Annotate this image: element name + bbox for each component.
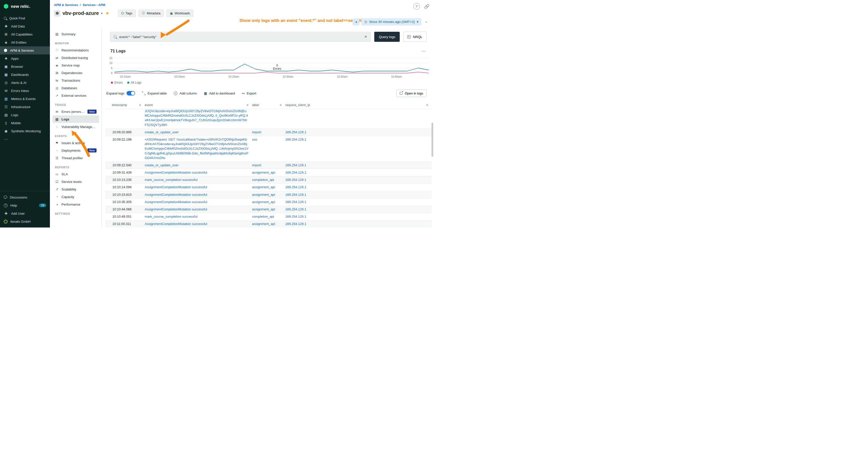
ip-link[interactable]: 169.254.129.1 <box>285 185 306 189</box>
table-row[interactable]: 10:10:23.815AssignmentCompletionMutation… <box>105 191 432 198</box>
sidebar-item-all-capabilities[interactable]: ⊞All Capabilities <box>0 30 50 38</box>
ip-link[interactable]: 169.254.129.1 <box>285 193 306 196</box>
time-back-button[interactable]: ◂ <box>352 19 360 26</box>
label-link[interactable]: sso <box>252 137 257 141</box>
clear-query-button[interactable]: × <box>365 34 367 39</box>
sidebar-item-logs[interactable]: ▤Logs <box>53 116 99 123</box>
sidebar-item-more[interactable]: ⋯ <box>0 135 50 143</box>
label-link[interactable]: assignment_api <box>252 222 275 226</box>
legend-errors[interactable]: Errors <box>111 81 123 85</box>
sidebar-item-all-entities[interactable]: ◈All Entities <box>0 38 50 46</box>
permalink-icon[interactable] <box>423 3 430 10</box>
sidebar-item-alerts-ai[interactable]: ◷Alerts & AI <box>0 78 50 87</box>
sidebar-item-service-levels[interactable]: ☑Service levels <box>53 178 99 186</box>
logs-options-button[interactable]: ⋯ <box>422 48 427 54</box>
table-row[interactable]: 10:09:31.439AssignmentCompletionMutation… <box>105 169 432 176</box>
sidebar-item-thread-profiler[interactable]: ☰Thread profiler <box>53 154 99 162</box>
sidebar-item-apm-services[interactable]: APM & Services <box>0 46 50 55</box>
sidebar-item-browser[interactable]: ▣Browser <box>0 63 50 70</box>
label-link[interactable]: completion_api <box>252 178 274 182</box>
sidebar-footer-discussions[interactable]: Discussions <box>0 193 50 201</box>
table-scrollbar[interactable] <box>432 123 433 157</box>
table-row[interactable]: 10:09:22.196<ASGIRequest: GET '/sso/call… <box>105 136 432 162</box>
table-row[interactable]: 10:10:35.305AssignmentCompletionMutation… <box>105 198 432 206</box>
sidebar-footer-iterativ-gmbh[interactable]: Iterativ GmbH <box>0 218 50 226</box>
query-input[interactable]: event:* -"label":"security" × <box>110 32 371 42</box>
time-forward-button[interactable]: ▸ <box>423 19 430 26</box>
sidebar-item-logs[interactable]: ▤Logs <box>0 111 50 119</box>
nrql-button[interactable]: NRQL <box>403 32 427 42</box>
event-link[interactable]: AssignmentCompletionMutation successful <box>145 193 207 196</box>
logs-timeseries-chart[interactable]: 05101510:15am10:20am10:25am10:30am10:35a… <box>106 56 432 79</box>
entity-switcher-chevron-icon[interactable]: ▾ <box>101 11 102 15</box>
entity-pill-metadata[interactable]: ⓘMetadata <box>138 9 164 17</box>
remove-column-label-button[interactable]: × <box>279 103 283 107</box>
ip-link[interactable]: 169.254.129.1 <box>285 215 306 219</box>
sidebar-item-service-map[interactable]: ◈Service map <box>53 62 99 69</box>
event-link[interactable]: AssignmentCompletionMutation successful <box>145 222 207 226</box>
sidebar-item-apps[interactable]: ❖Apps <box>0 55 50 63</box>
event-link[interactable]: AssignmentCompletionMutation successful <box>145 185 207 189</box>
ip-link[interactable]: 169.254.129.1 <box>285 130 306 134</box>
label-link[interactable]: assignment_api <box>252 185 275 189</box>
event-link[interactable]: <ASGIRequest: GET '/sso/callback/?state=… <box>145 137 248 160</box>
sidebar-item-distributed-tracing[interactable]: ⇄Distributed tracing <box>53 54 99 62</box>
label-link[interactable]: assignment_api <box>252 200 275 204</box>
sidebar-item-scalability[interactable]: ↗Scalability <box>53 186 99 193</box>
expand-table-button[interactable]: Expand table <box>142 92 167 95</box>
favorite-star-icon[interactable]: ★ <box>105 10 110 16</box>
table-row[interactable]: 10:09:22.540create_or_update_userimport1… <box>105 162 432 169</box>
sidebar-footer-help[interactable]: ?Help70 <box>0 201 50 209</box>
table-row[interactable]: 10:10:14.094AssignmentCompletionMutation… <box>105 184 432 191</box>
sidebar-item-errors-inbox[interactable]: ✉Errors Inbox <box>0 87 50 95</box>
remove-column-event-button[interactable]: × <box>246 103 249 107</box>
ip-link[interactable]: 169.254.129.1 <box>285 170 306 174</box>
sidebar-item-quick-find[interactable]: Quick Find <box>0 14 50 22</box>
entity-pill-tags[interactable]: Tags <box>118 9 136 17</box>
expand-logs-toggle[interactable] <box>126 91 135 96</box>
table-row[interactable]: 10:10:13.235mark_course_completion succe… <box>105 176 432 184</box>
sidebar-item-databases[interactable]: ◎Databases <box>53 84 99 92</box>
event-link[interactable]: create_or_update_user <box>145 163 179 167</box>
label-link[interactable]: assignment_api <box>252 193 275 196</box>
ip-link[interactable]: 169.254.129.1 <box>285 137 306 141</box>
add-to-dashboard-button[interactable]: ▦ Add to dashboard <box>204 92 235 95</box>
sidebar-item-dependencies[interactable]: ⊞Dependencies <box>53 69 99 76</box>
event-link[interactable]: JUQVU&code=eyJraWQiOiJjcGltY29yZV8wOTl1M… <box>145 109 248 127</box>
sidebar-item-deployments[interactable]: ↑DeploymentsNew <box>53 147 99 154</box>
new-relic-logo[interactable]: new relic. <box>0 0 50 12</box>
table-row[interactable]: 10:11:00.311AssignmentCompletionMutation… <box>105 221 432 228</box>
entity-pill-workloads[interactable]: ▣Workloads <box>166 9 193 17</box>
event-link[interactable]: create_or_update_user <box>145 130 179 134</box>
ip-link[interactable]: 169.254.129.1 <box>285 207 306 211</box>
sidebar-item-sla[interactable]: ▭SLA <box>53 170 99 178</box>
event-link[interactable]: AssignmentCompletionMutation successful <box>145 170 207 174</box>
legend-all-logs[interactable]: All Logs <box>127 81 142 85</box>
remove-column-request_client_ip-button[interactable]: × <box>425 103 429 107</box>
table-row[interactable]: JUQVU&code=eyJraWQiOiJjcGltY29yZV8wOTl1M… <box>105 109 432 129</box>
sidebar-item-issues-activity[interactable]: ⚑Issues & activity <box>53 139 99 147</box>
ip-link[interactable]: 169.254.129.1 <box>285 200 306 204</box>
export-button[interactable]: ↦ Export <box>242 92 256 95</box>
open-in-logs-button[interactable]: Open in logs <box>397 90 427 97</box>
sidebar-item-vulnerability-management[interactable]: ♢Vulnerability Management <box>53 123 99 130</box>
table-row[interactable]: 10:10:49.051mark_course_completion succe… <box>105 213 432 221</box>
help-circle-icon[interactable]: ? <box>413 3 420 9</box>
sidebar-item-add-data[interactable]: ✚Add Data <box>0 22 50 30</box>
sidebar-item-mobile[interactable]: ▯Mobile <box>0 119 50 127</box>
breadcrumb-link-services-apm[interactable]: Services - APM <box>83 3 105 7</box>
sidebar-item-infrastructure[interactable]: ☷Infrastructure <box>0 103 50 111</box>
time-range-button[interactable]: ◷ Since 30 minutes ago (GMT+2) ▾ <box>361 18 422 26</box>
sidebar-item-transactions[interactable]: ⇆Transactions <box>53 76 99 84</box>
label-link[interactable]: assignment_api <box>252 170 275 174</box>
sidebar-item-dashboards[interactable]: ▦Dashboards <box>0 70 50 78</box>
sidebar-item-capacity[interactable]: ◔Capacity <box>53 193 99 200</box>
table-row[interactable]: 10:10:44.066AssignmentCompletionMutation… <box>105 206 432 213</box>
table-row[interactable]: 10:09:20.895create_or_update_userimport1… <box>105 129 432 136</box>
sidebar-item-recommendations[interactable]: ♡Recommendations <box>53 46 99 54</box>
event-link[interactable]: AssignmentCompletionMutation successful <box>145 200 207 204</box>
label-link[interactable]: completion_api <box>252 215 274 219</box>
remove-column-timestamp-button[interactable]: × <box>138 103 142 107</box>
ip-link[interactable]: 169.254.129.1 <box>285 163 306 167</box>
sidebar-item-external-services[interactable]: ↗External services <box>53 92 99 99</box>
